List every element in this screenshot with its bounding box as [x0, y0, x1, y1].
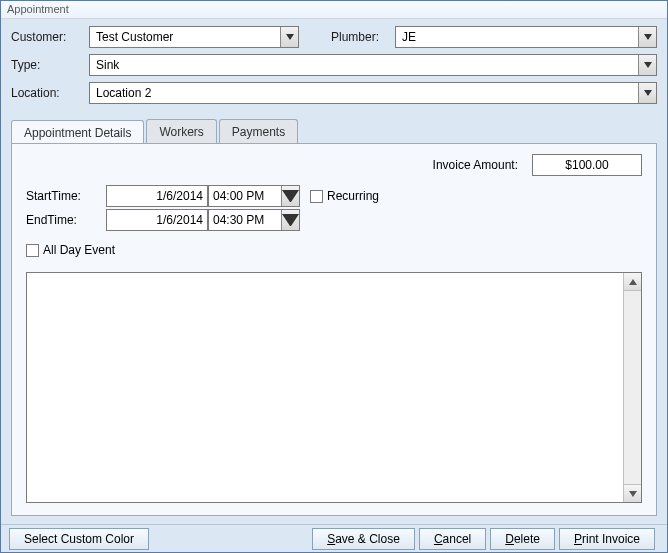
- all-day-checkbox[interactable]: [26, 244, 39, 257]
- location-combobox[interactable]: Location 2: [89, 82, 657, 104]
- start-time-field[interactable]: 04:00 PM: [208, 185, 300, 207]
- chevron-down-icon[interactable]: [281, 210, 299, 230]
- start-time-value: 04:00 PM: [213, 189, 264, 203]
- end-time-field[interactable]: 04:30 PM: [208, 209, 300, 231]
- all-day-label: All Day Event: [43, 243, 115, 257]
- customer-label: Customer:: [11, 30, 81, 44]
- header-form: Customer: Test Customer Plumber: JE Type…: [1, 19, 667, 113]
- print-invoice-button[interactable]: Print Invoice: [559, 528, 655, 550]
- tab-workers[interactable]: Workers: [146, 119, 216, 143]
- cancel-button[interactable]: Cancel: [419, 528, 486, 550]
- appointment-window: Appointment Customer: Test Customer Plum…: [0, 0, 668, 553]
- window-title: Appointment: [1, 1, 667, 19]
- start-date-field[interactable]: 1/6/2014: [106, 185, 208, 207]
- plumber-combobox[interactable]: JE: [395, 26, 657, 48]
- chevron-down-icon[interactable]: [638, 55, 656, 75]
- invoice-amount-value: $100.00: [565, 158, 608, 172]
- scroll-up-icon[interactable]: [624, 273, 641, 291]
- end-date-field[interactable]: 1/6/2014: [106, 209, 208, 231]
- recurring-label: Recurring: [327, 189, 379, 203]
- chevron-down-icon[interactable]: [280, 27, 298, 47]
- tab-payments[interactable]: Payments: [219, 119, 298, 143]
- chevron-down-icon[interactable]: [638, 83, 656, 103]
- footer-bar: Select Custom Color Save & Close Cancel …: [1, 524, 667, 552]
- scroll-thumb[interactable]: [624, 291, 641, 484]
- location-label: Location:: [11, 86, 81, 100]
- select-custom-color-button[interactable]: Select Custom Color: [9, 528, 149, 550]
- end-time-value: 04:30 PM: [213, 213, 264, 227]
- invoice-amount-field[interactable]: $100.00: [532, 154, 642, 176]
- recurring-checkbox[interactable]: [310, 190, 323, 203]
- scrollbar-vertical[interactable]: [623, 273, 641, 502]
- save-close-text: ave & Close: [335, 532, 400, 546]
- location-value: Location 2: [96, 86, 151, 100]
- chevron-down-icon[interactable]: [638, 27, 656, 47]
- type-value: Sink: [96, 58, 119, 72]
- type-combobox[interactable]: Sink: [89, 54, 657, 76]
- end-time-label: EndTime:: [26, 213, 106, 227]
- tab-panel-details: Invoice Amount: $100.00 StartTime: 1/6/2…: [11, 143, 657, 516]
- delete-button[interactable]: Delete: [490, 528, 555, 550]
- notes-textarea[interactable]: [26, 272, 642, 503]
- scroll-down-icon[interactable]: [624, 484, 641, 502]
- plumber-value: JE: [402, 30, 416, 44]
- tab-appointment-details[interactable]: Appointment Details: [11, 120, 144, 144]
- type-label: Type:: [11, 58, 81, 72]
- save-close-button[interactable]: Save & Close: [312, 528, 415, 550]
- invoice-amount-label: Invoice Amount:: [433, 158, 518, 172]
- end-date-value: 1/6/2014: [156, 213, 203, 227]
- start-time-label: StartTime:: [26, 189, 106, 203]
- tab-strip: Appointment Details Workers Payments: [11, 117, 657, 143]
- customer-combobox[interactable]: Test Customer: [89, 26, 299, 48]
- plumber-label: Plumber:: [307, 30, 387, 44]
- customer-value: Test Customer: [96, 30, 173, 44]
- start-date-value: 1/6/2014: [156, 189, 203, 203]
- chevron-down-icon[interactable]: [281, 186, 299, 206]
